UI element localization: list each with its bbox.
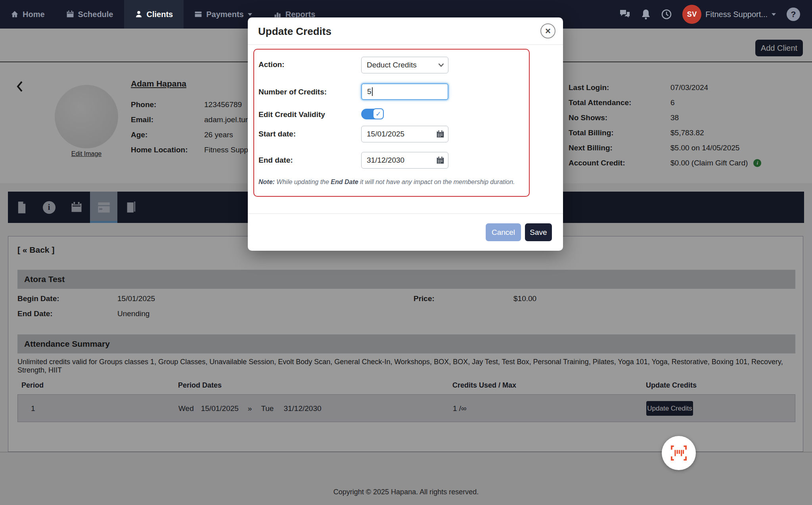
action-select[interactable]: Deduct Credits <box>361 57 448 73</box>
credit-card-icon <box>194 10 202 18</box>
chevron-down-icon <box>248 13 252 16</box>
nav-item-label: Payments <box>206 10 244 19</box>
number-of-credits-input[interactable]: 5 <box>361 83 448 100</box>
modal-title: Update Credits <box>258 25 331 38</box>
note-prefix: Note: <box>259 179 275 185</box>
barcode-scan-fab[interactable] <box>662 436 696 470</box>
clock-icon[interactable] <box>661 9 672 19</box>
action-label: Action: <box>259 60 284 69</box>
number-of-credits-label: Number of Credits: <box>259 88 327 96</box>
barcode-icon <box>670 445 688 461</box>
calendar-icon <box>436 156 444 165</box>
end-date-input[interactable]: 31/12/2030 <box>361 152 448 169</box>
close-icon[interactable]: × <box>540 23 555 38</box>
check-icon: ✓ <box>373 108 384 119</box>
nav-item-label: Clients <box>147 10 173 19</box>
cancel-button[interactable]: Cancel <box>486 223 521 241</box>
account-name: Fitness Support... <box>705 10 768 19</box>
start-date-value: 15/01/2025 <box>367 130 404 138</box>
action-select-value: Deduct Credits <box>367 61 417 69</box>
bell-icon[interactable] <box>641 9 651 20</box>
chevron-down-icon <box>438 63 444 67</box>
text-cursor <box>372 87 373 96</box>
note-suffix: it will not have any impact on the membe… <box>358 179 515 185</box>
modal-note: Note: While updating the End Date it wil… <box>259 179 518 186</box>
edit-credit-validity-toggle[interactable]: ✓ <box>361 109 383 119</box>
calendar-icon <box>66 10 74 18</box>
bar-chart-icon <box>274 10 282 18</box>
modal-header: Update Credits × <box>248 17 563 45</box>
nav-item-label: Home <box>23 10 45 19</box>
start-date-label: Start date: <box>259 130 296 138</box>
nav-right: SV Fitness Support... ? <box>619 0 812 29</box>
chevron-down-icon <box>772 13 776 16</box>
note-bold: End Date <box>331 179 358 185</box>
edit-credit-validity-label: Edit Credit Validity <box>259 110 325 119</box>
account-menu[interactable]: SV Fitness Support... <box>682 5 776 24</box>
nav-item-clients[interactable]: Clients <box>124 0 184 29</box>
note-mid: While updating the <box>275 179 331 185</box>
person-icon <box>135 10 143 18</box>
save-button[interactable]: Save <box>525 223 552 241</box>
end-date-value: 31/12/2030 <box>367 156 404 165</box>
home-icon <box>11 10 19 18</box>
screen: Home Schedule Clients Payments Reports <box>0 0 812 505</box>
nav-item-schedule[interactable]: Schedule <box>56 0 124 29</box>
end-date-label: End date: <box>259 156 293 165</box>
modal-footer-divider <box>248 213 563 214</box>
calendar-icon <box>436 130 444 138</box>
nav-item-home[interactable]: Home <box>0 0 56 29</box>
credits-input-value: 5 <box>367 87 372 96</box>
help-icon[interactable]: ? <box>787 8 800 21</box>
nav-item-label: Schedule <box>78 10 113 19</box>
chat-icon[interactable] <box>619 9 630 19</box>
start-date-input[interactable]: 15/01/2025 <box>361 126 448 142</box>
avatar: SV <box>682 5 701 24</box>
update-credits-modal: Update Credits × Action: Deduct Credits … <box>248 17 563 251</box>
